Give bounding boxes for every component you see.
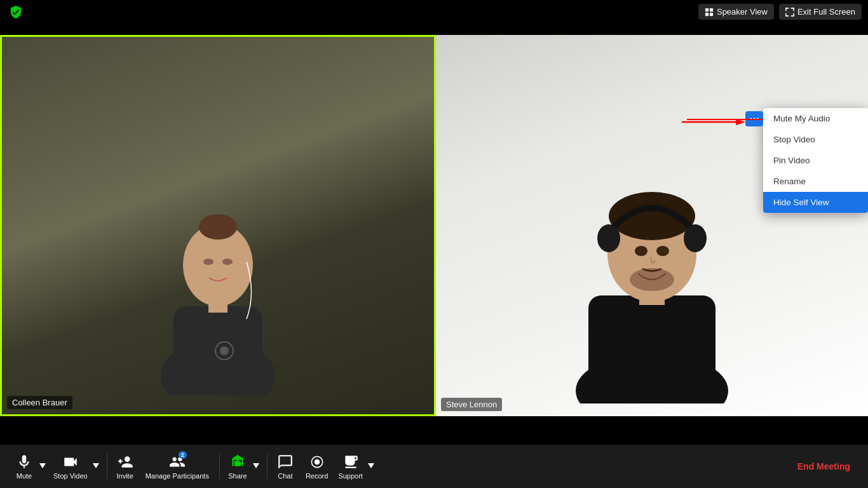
manage-participants-group: 2 Manage Participants [142, 451, 213, 482]
bottom-toolbar: Mute Stop Video Invite [0, 445, 868, 488]
svg-marker-30 [93, 463, 99, 468]
stop-video-button[interactable]: Stop Video [50, 451, 92, 482]
invite-group: Invite [111, 451, 139, 482]
svg-marker-37 [368, 463, 374, 468]
svg-point-11 [222, 259, 233, 265]
participant-name-steve: Steve Lennon [441, 398, 502, 411]
ctx-hide-self-view[interactable]: Hide Self View [763, 192, 868, 213]
svg-rect-1 [710, 8, 713, 11]
annotation-red-line [687, 119, 763, 120]
invite-button[interactable]: Invite [111, 451, 139, 482]
svg-rect-2 [705, 12, 709, 15]
svg-point-20 [684, 224, 707, 252]
record-button[interactable]: Record [302, 451, 332, 482]
mute-group: Mute [10, 451, 47, 482]
separator-2 [219, 454, 220, 479]
support-button[interactable]: Support [334, 451, 367, 482]
support-caret-button[interactable] [367, 461, 376, 472]
video-tile-colleen: Colleen Brauer [0, 35, 436, 416]
ctx-rename[interactable]: Rename [763, 171, 868, 192]
mute-button[interactable]: Mute [10, 451, 38, 482]
separator-3 [267, 454, 268, 479]
svg-point-13 [220, 346, 229, 355]
video-grid: Colleen Brauer [0, 35, 868, 416]
top-bar: Speaker View Exit Full Screen [692, 0, 868, 24]
end-meeting-button[interactable]: End Meeting [790, 456, 858, 477]
manage-participants-button[interactable]: 2 Manage Participants [142, 451, 213, 482]
svg-point-22 [656, 246, 669, 256]
svg-point-10 [203, 259, 214, 265]
svg-rect-15 [588, 295, 715, 403]
record-group: Record [302, 451, 332, 482]
svg-point-21 [635, 246, 648, 256]
participant-name-colleen: Colleen Brauer [7, 396, 72, 409]
share-caret-button[interactable] [252, 461, 261, 472]
speaker-view-button[interactable]: Speaker View [698, 4, 774, 20]
ctx-pin-video[interactable]: Pin Video [763, 150, 868, 171]
context-menu: Mute My Audio Stop Video Pin Video Renam… [763, 108, 868, 213]
svg-marker-29 [39, 463, 46, 468]
svg-rect-33 [234, 461, 241, 466]
svg-marker-34 [253, 463, 259, 468]
chat-button[interactable]: Chat [271, 451, 299, 482]
share-group: Share [224, 451, 261, 482]
video-caret-button[interactable] [92, 461, 100, 472]
svg-point-8 [199, 214, 237, 240]
chat-group: Chat [271, 451, 299, 482]
stop-video-group: Stop Video [50, 451, 100, 482]
mute-caret-button[interactable] [38, 461, 47, 472]
svg-point-36 [314, 459, 320, 464]
participants-icon-wrap: 2 [169, 454, 186, 470]
separator-1 [107, 454, 107, 479]
security-icon [9, 5, 23, 22]
annotation-red-arrow [682, 116, 745, 128]
svg-rect-5 [173, 306, 262, 395]
exit-fullscreen-button[interactable]: Exit Full Screen [779, 4, 862, 20]
video-tile-steve: Steve Lennon [436, 35, 868, 416]
ctx-stop-video[interactable]: Stop Video [763, 129, 868, 150]
svg-rect-3 [710, 12, 713, 15]
share-button[interactable]: Share [224, 451, 252, 482]
svg-point-19 [597, 224, 620, 252]
ctx-mute-audio[interactable]: Mute My Audio [763, 108, 868, 129]
support-group: Support [334, 451, 376, 482]
svg-rect-0 [705, 8, 709, 11]
